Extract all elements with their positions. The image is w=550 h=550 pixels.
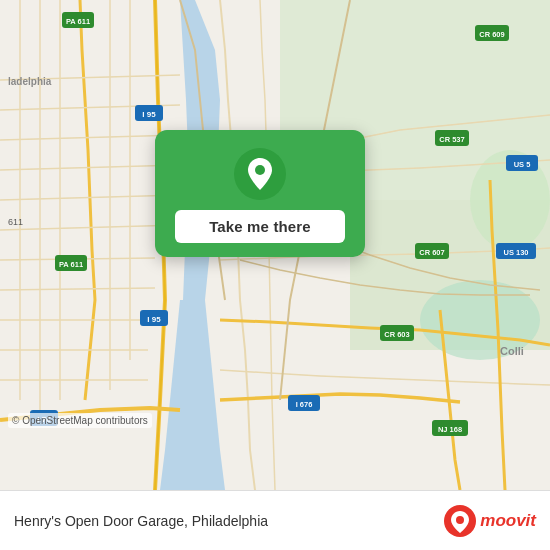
svg-text:611: 611 bbox=[8, 217, 23, 227]
moovit-icon bbox=[444, 505, 476, 537]
svg-text:PA 611: PA 611 bbox=[59, 260, 83, 269]
svg-text:I 95: I 95 bbox=[142, 110, 156, 119]
osm-attribution: © OpenStreetMap contributors bbox=[8, 413, 152, 428]
popup-card: Take me there bbox=[155, 130, 365, 257]
svg-text:I 676: I 676 bbox=[296, 400, 313, 409]
svg-text:ladelphia: ladelphia bbox=[8, 76, 52, 87]
bottom-bar: Henry's Open Door Garage, Philadelphia m… bbox=[0, 490, 550, 550]
moovit-logo: moovit bbox=[444, 505, 536, 537]
svg-text:US 130: US 130 bbox=[503, 248, 528, 257]
location-pin-icon bbox=[234, 148, 286, 200]
svg-point-53 bbox=[456, 516, 464, 524]
svg-text:I 95: I 95 bbox=[147, 315, 161, 324]
svg-text:NJ 168: NJ 168 bbox=[438, 425, 462, 434]
svg-text:CR 607: CR 607 bbox=[419, 248, 444, 257]
svg-text:CR 537: CR 537 bbox=[439, 135, 464, 144]
moovit-text: moovit bbox=[480, 511, 536, 531]
map-container: I 95 I 95 I 76 PA 611 PA 611 CR 609 CR 5… bbox=[0, 0, 550, 490]
svg-text:PA 611: PA 611 bbox=[66, 17, 90, 26]
svg-point-51 bbox=[255, 165, 265, 175]
svg-text:CR 603: CR 603 bbox=[384, 330, 409, 339]
svg-text:US 5: US 5 bbox=[514, 160, 531, 169]
location-label: Henry's Open Door Garage, Philadelphia bbox=[14, 513, 268, 529]
take-me-there-button[interactable]: Take me there bbox=[175, 210, 345, 243]
svg-text:CR 609: CR 609 bbox=[479, 30, 504, 39]
svg-text:Colli: Colli bbox=[500, 345, 524, 357]
